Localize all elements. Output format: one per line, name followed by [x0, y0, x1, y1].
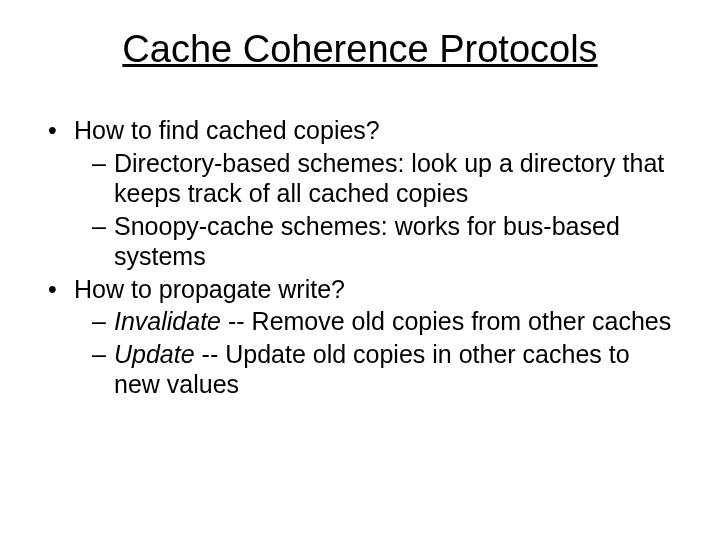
sub-bullet-text: Snoopy-cache schemes: works for bus-base… [114, 211, 672, 272]
bullet-text: How to propagate write? [74, 274, 672, 305]
dash-icon: – [92, 148, 114, 209]
sub-bullet-item: – Invalidate -- Remove old copies from o… [92, 306, 672, 337]
sub-bullet-text: Invalidate -- Remove old copies from oth… [114, 306, 672, 337]
bullet-dot-icon: • [48, 274, 74, 305]
slide-body: • How to find cached copies? – Directory… [48, 115, 672, 400]
bullet-dot-icon: • [48, 115, 74, 146]
plain-text: -- Remove old copies from other caches [221, 307, 671, 335]
emphasis: Invalidate [114, 307, 221, 335]
bullet-item: • How to find cached copies? [48, 115, 672, 146]
dash-icon: – [92, 306, 114, 337]
slide-title: Cache Coherence Protocols [48, 28, 672, 71]
dash-icon: – [92, 339, 114, 400]
bullet-item: • How to propagate write? [48, 274, 672, 305]
sub-bullet-text: Update -- Update old copies in other cac… [114, 339, 672, 400]
emphasis: Update [114, 340, 195, 368]
dash-icon: – [92, 211, 114, 272]
sub-bullet-item: – Snoopy-cache schemes: works for bus-ba… [92, 211, 672, 272]
bullet-text: How to find cached copies? [74, 115, 672, 146]
slide: Cache Coherence Protocols • How to find … [0, 0, 720, 540]
sub-bullet-item: – Update -- Update old copies in other c… [92, 339, 672, 400]
sub-bullet-item: – Directory-based schemes: look up a dir… [92, 148, 672, 209]
sub-bullet-text: Directory-based schemes: look up a direc… [114, 148, 672, 209]
